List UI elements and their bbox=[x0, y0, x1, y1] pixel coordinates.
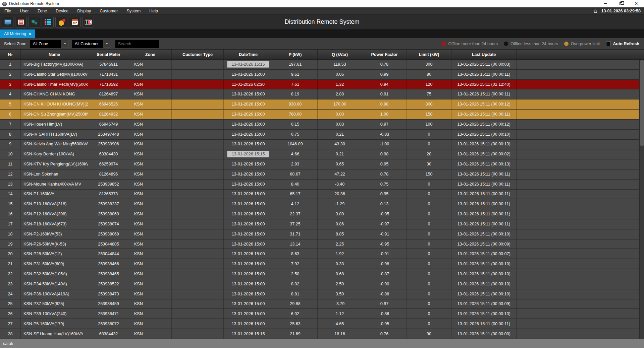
auto-refresh-checkbox[interactable] bbox=[606, 42, 611, 46]
menu-display[interactable]: Display bbox=[73, 7, 95, 14]
cell-zone: KSN bbox=[129, 249, 172, 259]
table-row[interactable]: 19KSN-P26-50kVA(K-53)253044805KSN13-01-2… bbox=[0, 239, 639, 250]
list-button[interactable] bbox=[42, 17, 54, 27]
cell-pf: -0.86 bbox=[362, 309, 407, 319]
monitor-button[interactable] bbox=[2, 17, 13, 27]
cell-limit: 0 bbox=[407, 219, 451, 229]
home-icon[interactable]: ⌂ bbox=[594, 8, 597, 14]
table-row[interactable]: 1KSN-Big Factory(MV)(1000kVA)57845911KSN… bbox=[0, 60, 639, 70]
table-row[interactable]: 24KSN-P36-100kVA(419A)253938473KSN13-01-… bbox=[0, 289, 639, 299]
column-header-last-update[interactable]: Last Update bbox=[451, 50, 517, 59]
menu-system[interactable]: System bbox=[122, 7, 145, 14]
table-row[interactable]: 22KSN-P32-50kVA(105A)253938465KSN13-01-2… bbox=[0, 269, 639, 279]
column-header-no[interactable]: № bbox=[0, 50, 21, 59]
cell-customer-type bbox=[172, 229, 224, 239]
table-row[interactable]: 7KSN-Houen Him(LV)66946749KSN13-01-2026 … bbox=[0, 120, 639, 130]
menu-zone[interactable]: Zone bbox=[33, 7, 52, 14]
column-header-serial-meter[interactable]: Serial Meter bbox=[88, 50, 129, 59]
search-input[interactable] bbox=[115, 40, 159, 48]
table-row[interactable]: 4KSN-CHANG CHAN KONG81264897KSN13-01-202… bbox=[0, 89, 639, 99]
cell-name: KSN-Big Factory(MV)(1000kVA) bbox=[21, 60, 88, 69]
table-row[interactable]: 9KSN-Kelvin Ang Wie Ming5600kVA253939906… bbox=[0, 140, 639, 150]
column-header-q-kvar[interactable]: Q (kVar) bbox=[318, 50, 362, 59]
table-row[interactable]: 5KSN-CN KHOUN KHOUNG(MV)(2566946525KSN13… bbox=[0, 99, 639, 110]
table-row[interactable]: 23KSN-P34-50kVA(140A)253938522KSN13-01-2… bbox=[0, 279, 639, 289]
cell-p: 31.71 bbox=[273, 229, 318, 239]
cell-datetime: 13-01-2026 15:00 bbox=[224, 269, 273, 279]
tab-close-icon[interactable]: × bbox=[29, 32, 32, 36]
cell-last-update: 13-01-2026 15:11 (00 00:13) bbox=[451, 159, 517, 169]
table-row[interactable]: 12KSN-Lon Soknhan81264896KSN13-01-2026 1… bbox=[0, 169, 639, 180]
table-row[interactable]: 15KSN-P10-160kVA(318)253938237KSN13-01-2… bbox=[0, 199, 639, 209]
column-header-power-factor[interactable]: Power Factor bbox=[362, 50, 407, 59]
column-header-datetime[interactable]: DateTime bbox=[224, 50, 273, 59]
cell-last-update: 13-01-2026 15:11 (02 12:40) bbox=[451, 80, 517, 89]
menu-device[interactable]: Device bbox=[51, 7, 73, 14]
cell-datetime: 13-01-2026 15:00 bbox=[224, 289, 273, 299]
calendar-button[interactable] bbox=[69, 17, 80, 27]
column-header-customer-type[interactable]: Customer Type bbox=[172, 50, 224, 59]
customer-select-arrow[interactable]: ▼ bbox=[104, 40, 110, 48]
table-row[interactable]: 8KSN-IV SARITH 160kVA(LV)253497448KSN13-… bbox=[0, 130, 639, 140]
restore-button[interactable] bbox=[613, 0, 629, 7]
menu-customer[interactable]: Customer bbox=[95, 7, 122, 14]
close-button[interactable]: × bbox=[629, 0, 644, 7]
table-row[interactable]: 25KSN-P37-50kVA(625)253938459KSN13-01-20… bbox=[0, 299, 639, 309]
table-row[interactable]: 27KSN-P5-160kVA(179)253938072KSN13-01-20… bbox=[0, 319, 639, 329]
table-row[interactable]: 18KSN-P2-160kVA(53)253938068KSN13-01-202… bbox=[0, 229, 639, 239]
cell-p: 8.63 bbox=[273, 249, 318, 259]
cell-datetime: 13-01-2026 15:00 bbox=[224, 159, 273, 169]
table-row[interactable]: 2KSN-Casino Star Set(MV)(1000kV71718431K… bbox=[0, 70, 639, 80]
alarm-bell-button[interactable] bbox=[55, 17, 67, 27]
table-row[interactable]: 26KSN-P39-100kVA(240)253938471KSN13-01-2… bbox=[0, 309, 639, 319]
menu-help[interactable]: Help bbox=[145, 7, 162, 14]
cell-no: 24 bbox=[0, 289, 21, 299]
map-button[interactable] bbox=[29, 17, 40, 27]
table-row[interactable]: 16KSN-P12-160kVA(398)253938069KSN13-01-2… bbox=[0, 209, 639, 219]
cell-zone: KSN bbox=[129, 70, 172, 79]
cell-datetime: 13-01-2026 15:00 bbox=[224, 239, 273, 249]
table-row[interactable]: 20KSN-P28-50kVA(12)253044844KSN13-01-202… bbox=[0, 249, 639, 259]
cell-filler bbox=[517, 329, 639, 339]
zone-select-arrow[interactable]: ▼ bbox=[62, 40, 68, 48]
cell-filler bbox=[517, 60, 639, 69]
table-row[interactable]: 11KSN-KTV Kry Pengleng(LV)(160kV66259974… bbox=[0, 159, 639, 169]
menu-user[interactable]: User bbox=[15, 7, 33, 14]
customer-select[interactable]: All Customer bbox=[72, 40, 103, 48]
cell-no: 12 bbox=[0, 169, 21, 179]
table-row[interactable]: 14KSN-P1-160kVA81265373KSN13-01-2026 15:… bbox=[0, 190, 639, 200]
cell-name: KSN-P31-50kVA(609) bbox=[21, 259, 88, 269]
table-row[interactable]: 21KSN-P31-50kVA(609)253938466KSN13-01-20… bbox=[0, 259, 639, 269]
minimize-button[interactable] bbox=[598, 0, 613, 7]
cell-datetime: 13-01-2026 15:00 bbox=[224, 89, 273, 99]
cell-pf: 0.94 bbox=[362, 80, 407, 89]
column-header-name[interactable]: Name bbox=[21, 50, 88, 59]
cell-p: 8.81 bbox=[273, 289, 318, 299]
cell-zone: KSN bbox=[129, 159, 172, 169]
column-header-limit-kw[interactable]: Limit (kW) bbox=[407, 50, 451, 59]
table-header-row: №NameSerial MeterZoneCustomer TypeDateTi… bbox=[0, 50, 644, 60]
cell-zone: KSN bbox=[129, 279, 172, 289]
table-row[interactable]: 28KSN-SF Huang Hua(LV)160kVA63384432KSN1… bbox=[0, 329, 639, 339]
cell-serial: 66946749 bbox=[88, 120, 129, 129]
zone-select[interactable]: All Zone bbox=[30, 40, 61, 48]
table-row[interactable]: 13KSN-Moune Kanha400kVA MV253939852KSN13… bbox=[0, 180, 639, 190]
counter-button[interactable] bbox=[82, 17, 94, 27]
table-row[interactable]: 6KSN-CN Su Zhongjiam(MV)2500kVA81264932K… bbox=[0, 110, 639, 120]
cell-pf: 0.97 bbox=[362, 120, 407, 129]
cell-pf: -0.95 bbox=[362, 209, 407, 219]
table-row[interactable]: 10KSN-Kory Border (100kVA)63384430KSN13-… bbox=[0, 149, 639, 159]
table-row[interactable]: 17KSN-P18-160kVA(673)253938074KSN13-01-2… bbox=[0, 219, 639, 229]
column-header-zone[interactable]: Zone bbox=[129, 50, 172, 59]
meter-button[interactable] bbox=[15, 17, 27, 27]
table-row[interactable]: 3KSN-Casino Tmar Pech(MV)(500kV71718592K… bbox=[0, 80, 639, 90]
column-header-p-kw[interactable]: P (kW) bbox=[273, 50, 318, 59]
vertical-scrollbar[interactable] bbox=[639, 60, 644, 339]
scrollbar-thumb[interactable] bbox=[640, 60, 644, 146]
cell-customer-type bbox=[172, 269, 224, 279]
tab-all-metering[interactable]: All Metering × bbox=[0, 29, 35, 38]
cell-limit: 30 bbox=[407, 159, 451, 169]
cell-no: 21 bbox=[0, 259, 21, 269]
cell-pf: -0.95 bbox=[362, 239, 407, 249]
menu-file[interactable]: File bbox=[0, 7, 15, 14]
